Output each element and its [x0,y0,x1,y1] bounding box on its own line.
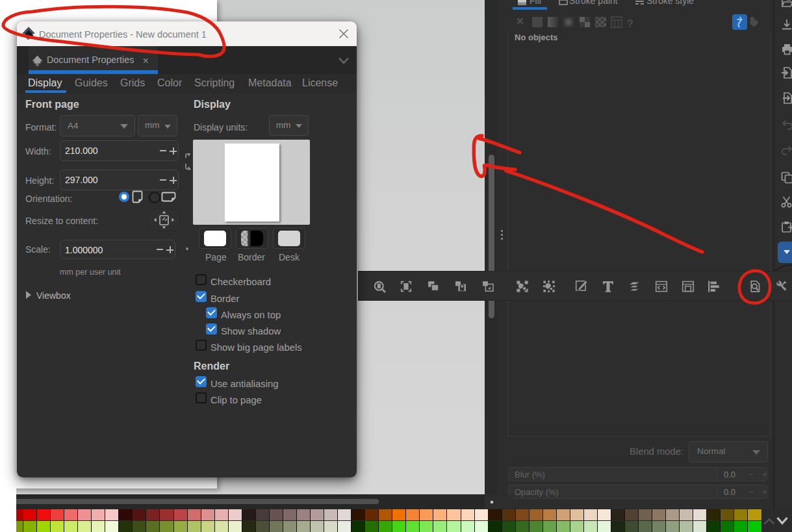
svg-text:?: ? [627,18,633,29]
